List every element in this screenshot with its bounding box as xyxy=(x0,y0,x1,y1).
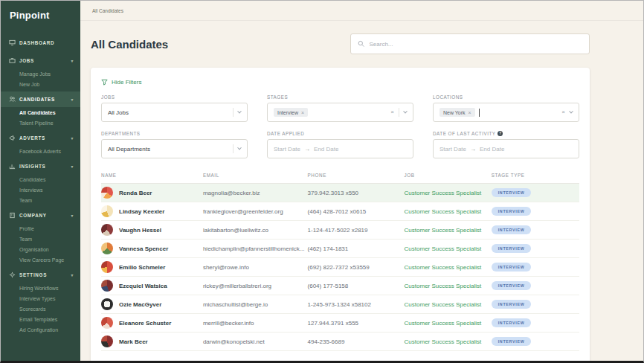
job-link[interactable]: Customer Success Specialist xyxy=(405,208,482,215)
avatar xyxy=(101,242,113,254)
job-link[interactable]: Customer Success Specialist xyxy=(405,264,482,271)
job-link[interactable]: Customer Success Specialist xyxy=(405,227,482,234)
date-applied-range[interactable]: Start Date → End Date xyxy=(267,139,413,158)
candidate-phone: (692) 822-7372 x53559 xyxy=(308,258,405,277)
sidebar-item-insights-interviews[interactable]: Interviews xyxy=(1,184,80,195)
table-row[interactable]: Mark Beer darwin@konopelski.net 494-235-… xyxy=(101,333,579,351)
table-row[interactable]: Vaughn Hessel lakitabarton@luellwitz.co … xyxy=(101,221,579,240)
sidebar-item-talent-pipeline[interactable]: Talent Pipeline xyxy=(1,118,80,128)
sidebar-item-company[interactable]: COMPANY ▾ xyxy=(1,208,80,223)
stage-badge: Interview xyxy=(492,337,532,346)
departments-select[interactable]: All Departments xyxy=(101,139,248,158)
sidebar-item-organisation[interactable]: Organisation xyxy=(1,244,80,254)
brand-logo[interactable]: Pinpoint xyxy=(1,8,80,33)
candidate-name[interactable]: Ozie MacGyver xyxy=(119,301,161,308)
job-link[interactable]: Customer Success Specialist xyxy=(405,320,482,327)
candidates-table: NAME EMAIL PHONE JOB STAGE TYPE Renda Be… xyxy=(101,169,579,351)
sidebar-item-adverts[interactable]: ADVERTS ▾ xyxy=(1,130,80,146)
candidate-name[interactable]: Renda Beer xyxy=(119,190,152,196)
content: All Candidates Hide Filters JOBS All Job… xyxy=(80,20,643,361)
sidebar-item-new-job[interactable]: New Job xyxy=(1,79,80,89)
sidebar-item-settings[interactable]: SETTINGS ▾ xyxy=(1,267,80,283)
candidate-name[interactable]: Mark Beer xyxy=(119,338,148,345)
sidebar-item-scorecards[interactable]: Scorecards xyxy=(1,303,80,314)
chevron-down-icon[interactable] xyxy=(569,109,573,114)
job-link[interactable]: Customer Success Specialist xyxy=(405,190,482,196)
candidate-name[interactable]: Vaughn Hessel xyxy=(119,227,161,234)
stage-badge: Interview xyxy=(492,188,532,197)
last-activity-range[interactable]: Start Date → End Date xyxy=(433,139,579,158)
chevron-down-icon[interactable] xyxy=(237,109,242,114)
candidate-phone: (462) 174-1831 xyxy=(308,240,405,258)
sidebar-item-email-templates[interactable]: Email Templates xyxy=(1,314,80,324)
job-link[interactable]: Customer Success Specialist xyxy=(405,245,482,252)
filter-stages: STAGES Interview × × xyxy=(267,94,413,122)
remove-tag-icon[interactable]: × xyxy=(468,110,471,115)
avatar xyxy=(101,224,113,236)
app-window: Pinpoint DASHBOARD JOBS ▾ Manage Jobs Ne… xyxy=(0,0,644,363)
sidebar-item-hiring-workflows[interactable]: Hiring Workflows xyxy=(1,283,80,293)
sidebar-item-manage-jobs[interactable]: Manage Jobs xyxy=(1,68,80,79)
locations-select[interactable]: New York × × xyxy=(433,103,579,122)
sidebar-item-view-careers-page[interactable]: View Careers Page xyxy=(1,254,80,265)
job-link[interactable]: Customer Success Specialist xyxy=(405,283,482,289)
sidebar-item-interview-types[interactable]: Interview Types xyxy=(1,293,80,303)
sidebar-item-insights-candidates[interactable]: Candidates xyxy=(1,174,80,184)
candidate-name[interactable]: Vannesa Spencer xyxy=(119,245,168,252)
table-row[interactable]: Renda Beer magnolia@becker.biz 379.942.3… xyxy=(101,184,579,202)
candidate-email: sheryl@rowe.info xyxy=(203,258,308,277)
search-box[interactable] xyxy=(350,33,590,54)
candidate-phone: 1-245-973-1324 x58102 xyxy=(308,295,405,314)
filter-jobs-label: JOBS xyxy=(101,94,115,100)
sidebar-item-jobs[interactable]: JOBS ▾ xyxy=(1,53,80,68)
sidebar-item-all-candidates[interactable]: All Candidates xyxy=(1,107,80,118)
job-link[interactable]: Customer Success Specialist xyxy=(405,338,482,345)
end-date-input[interactable]: End Date xyxy=(480,146,504,152)
clear-filter-icon[interactable]: × xyxy=(561,109,565,115)
clear-filter-icon[interactable]: × xyxy=(390,109,394,115)
candidate-email: frankieglover@greenfelder.org xyxy=(203,202,308,221)
table-row[interactable]: Eleanore Schuster merrill@becker.info 12… xyxy=(101,314,579,333)
table-row[interactable]: Emilio Schmeler sheryl@rowe.info (692) 8… xyxy=(101,258,579,277)
sidebar-item-company-team[interactable]: Team xyxy=(1,234,80,244)
stage-filter-tag[interactable]: Interview × xyxy=(274,108,308,117)
info-icon[interactable]: ? xyxy=(498,131,503,136)
remove-tag-icon[interactable]: × xyxy=(301,110,304,115)
table-row[interactable]: Vannesa Spencer hiedichamplin@pfannersti… xyxy=(101,240,579,258)
candidate-name[interactable]: Emilio Schmeler xyxy=(119,264,165,271)
candidates-panel: Hide Filters JOBS All Jobs STAGES xyxy=(91,68,590,361)
column-header-stage-type: STAGE TYPE xyxy=(492,169,579,184)
hide-filters-button[interactable]: Hide Filters xyxy=(101,79,141,86)
sidebar-item-dashboard[interactable]: DASHBOARD xyxy=(1,35,80,51)
chevron-icon: ▾ xyxy=(71,213,74,218)
sidebar-item-insights-team[interactable]: Team xyxy=(1,195,80,205)
sidebar-item-insights[interactable]: INSIGHTS ▾ xyxy=(1,158,80,174)
avatar xyxy=(101,317,113,329)
sidebar-item-candidates[interactable]: CANDIDATES ▾ xyxy=(1,91,80,107)
location-filter-tag[interactable]: New York × xyxy=(439,108,475,117)
chevron-down-icon[interactable] xyxy=(403,109,408,114)
table-row[interactable]: Ozie MacGyver michaschultist@berge.io 1-… xyxy=(101,295,579,314)
sidebar-item-ad-configuration[interactable]: Ad Configuration xyxy=(1,324,80,335)
candidate-name[interactable]: Ezequiel Watsica xyxy=(119,283,167,289)
candidate-name[interactable]: Eleanore Schuster xyxy=(119,320,171,327)
start-date-input[interactable]: Start Date xyxy=(439,146,466,152)
table-row[interactable]: Lindsay Keexler frankieglover@greenfelde… xyxy=(101,202,579,221)
gear-icon xyxy=(9,272,16,278)
avatar xyxy=(101,298,113,310)
sidebar-item-facebook-adverts[interactable]: Facebook Adverts xyxy=(1,146,80,156)
stage-badge: Interview xyxy=(492,300,532,309)
chevron-icon: ▾ xyxy=(71,136,74,141)
job-link[interactable]: Customer Success Specialist xyxy=(405,301,482,308)
jobs-select[interactable]: All Jobs xyxy=(101,103,248,122)
stages-select[interactable]: Interview × × xyxy=(267,103,413,122)
filter-date-applied: DATE APPLIED Start Date → End Date xyxy=(267,131,413,158)
start-date-input[interactable]: Start Date xyxy=(274,146,300,152)
users-icon xyxy=(9,96,16,103)
sidebar-item-profile[interactable]: Profile xyxy=(1,223,80,234)
end-date-input[interactable]: End Date xyxy=(314,146,338,152)
search-input[interactable] xyxy=(369,41,582,48)
candidate-name[interactable]: Lindsay Keexler xyxy=(119,208,164,215)
table-row[interactable]: Ezequiel Watsica rickey@millerballstreri… xyxy=(101,277,579,295)
chevron-down-icon[interactable] xyxy=(237,146,242,150)
